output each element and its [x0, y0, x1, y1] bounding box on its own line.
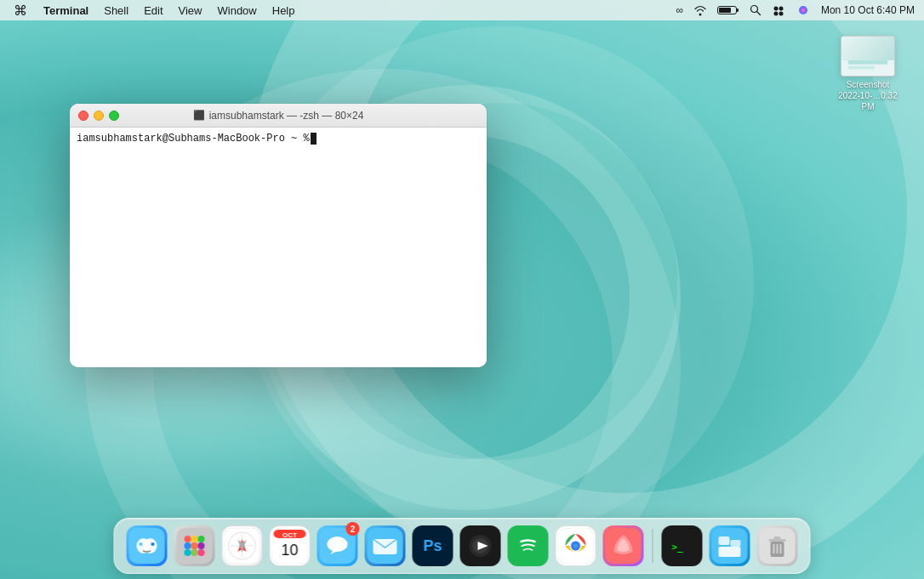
terminal-window: ⬛ iamsubhamstark — -zsh — 80×24 iamsubha…	[70, 104, 487, 367]
terminal-body[interactable]: iamsubhamstark@Subhams-MacBook-Pro ~ %	[70, 128, 487, 367]
datetime-text: Mon 10 Oct 6:40 PM	[821, 4, 915, 16]
svg-point-25	[198, 542, 205, 549]
search-menubar-icon[interactable]	[747, 4, 764, 16]
menubar-view[interactable]: View	[173, 3, 208, 19]
menubar-help[interactable]: Help	[266, 3, 301, 19]
svg-rect-66	[769, 539, 786, 542]
terminal-titlebar: ⬛ iamsubhamstark — -zsh — 80×24	[70, 104, 487, 128]
svg-point-17	[140, 542, 143, 546]
chrome-icon	[556, 525, 596, 566]
dock-app-terminal[interactable]: >_	[660, 524, 704, 568]
svg-rect-10	[841, 37, 894, 77]
safari-icon	[222, 525, 263, 566]
spotify-icon	[508, 525, 549, 566]
menubar-window[interactable]: Window	[212, 3, 263, 19]
svg-point-6	[779, 7, 783, 11]
dock-app-finder[interactable]	[125, 524, 169, 568]
dock-app-launchpad[interactable]	[173, 524, 217, 568]
terminal-prompt-text: iamsubhamstark@Subhams-MacBook-Pro ~ %	[77, 133, 310, 145]
svg-text:Ps: Ps	[423, 537, 442, 554]
mail-icon	[365, 525, 406, 566]
calendar-icon: OCT 10	[270, 525, 311, 566]
svg-text:OCT: OCT	[282, 531, 297, 539]
screen-time-icon[interactable]: ∞	[673, 4, 686, 16]
terminal-title-icon: ⬛	[193, 110, 205, 121]
dock-app-mail[interactable]	[363, 524, 408, 568]
dock-app-finalcut[interactable]	[459, 524, 503, 568]
dock-app-safari[interactable]	[220, 524, 265, 568]
finder-icon	[127, 525, 168, 566]
svg-point-22	[198, 536, 205, 542]
svg-point-26	[185, 549, 191, 556]
dock-app-trash[interactable]	[756, 524, 800, 568]
arc-icon	[603, 525, 644, 566]
minimize-button[interactable]	[94, 111, 104, 121]
dock-app-arc[interactable]	[602, 524, 646, 568]
menubar-left: ⌘ Terminal Shell Edit View Window Help	[7, 1, 301, 20]
finalcut-icon	[460, 525, 501, 566]
svg-point-24	[191, 542, 198, 549]
svg-line-4	[756, 12, 760, 15]
svg-text:10: 10	[281, 542, 298, 559]
close-button[interactable]	[78, 111, 88, 121]
traffic-lights	[70, 111, 119, 121]
svg-point-8	[779, 12, 783, 16]
menubar: ⌘ Terminal Shell Edit View Window Help ∞	[0, 0, 924, 20]
svg-point-56	[571, 542, 580, 551]
control-center-icon[interactable]	[769, 4, 788, 16]
desktop-file-thumbnail	[841, 36, 895, 77]
dock-app-spotify[interactable]	[506, 524, 550, 568]
files-icon	[710, 525, 750, 566]
maximize-button[interactable]	[109, 111, 119, 121]
svg-point-7	[773, 12, 778, 16]
desktop-file-label: Screenshot 2022-10-…0:32 PM	[837, 79, 898, 113]
svg-text:>_: >_	[672, 542, 684, 553]
svg-point-52	[516, 534, 540, 558]
desktop-file-icon[interactable]: Screenshot 2022-10-…0:32 PM	[837, 36, 898, 113]
svg-rect-11	[841, 37, 894, 56]
svg-rect-13	[848, 66, 875, 70]
trash-icon	[757, 525, 798, 566]
terminal-prompt-line: iamsubhamstark@Subhams-MacBook-Pro ~ %	[77, 133, 480, 145]
datetime-display[interactable]: Mon 10 Oct 6:40 PM	[818, 4, 917, 16]
dock-app-photoshop[interactable]: Ps	[411, 524, 455, 568]
battery-icon[interactable]	[715, 4, 742, 16]
svg-rect-2	[737, 9, 739, 12]
dock-app-calendar[interactable]: OCT 10	[268, 524, 312, 568]
svg-point-41	[328, 536, 348, 552]
dock-container: OCT 10 2	[114, 518, 811, 574]
wifi-icon[interactable]	[691, 4, 710, 16]
menubar-app-name[interactable]: Terminal	[37, 3, 94, 19]
terminal-title-text: iamsubhamstark — -zsh — 80×24	[209, 110, 364, 122]
svg-rect-67	[774, 536, 781, 539]
terminal-cursor	[311, 133, 317, 145]
svg-point-20	[185, 536, 191, 542]
messages-badge: 2	[346, 522, 360, 536]
menubar-right: ∞	[673, 4, 917, 16]
siri-icon[interactable]	[793, 4, 813, 16]
svg-rect-12	[848, 60, 888, 65]
dock-app-messages[interactable]: 2	[316, 524, 360, 568]
dock-app-chrome[interactable]	[554, 524, 598, 568]
dock: OCT 10 2	[114, 518, 811, 574]
svg-point-5	[773, 7, 778, 11]
photoshop-icon: Ps	[413, 525, 453, 566]
apple-menu[interactable]: ⌘	[7, 1, 34, 20]
svg-rect-63	[731, 540, 741, 547]
svg-point-21	[191, 536, 198, 542]
svg-point-23	[185, 542, 191, 549]
svg-rect-1	[719, 8, 731, 13]
terminal-title: ⬛ iamsubhamstark — -zsh — 80×24	[193, 110, 364, 122]
svg-rect-61	[719, 536, 730, 545]
dock-separator	[653, 529, 653, 563]
menubar-shell[interactable]: Shell	[98, 3, 134, 19]
menubar-edit[interactable]: Edit	[138, 3, 168, 19]
svg-point-28	[198, 549, 205, 556]
launchpad-icon	[174, 525, 215, 566]
svg-point-18	[151, 542, 155, 546]
svg-point-27	[191, 549, 198, 556]
svg-point-9	[799, 6, 807, 14]
svg-rect-62	[719, 547, 741, 557]
terminal-icon-dock: >_	[662, 525, 703, 566]
dock-app-files[interactable]	[708, 524, 752, 568]
